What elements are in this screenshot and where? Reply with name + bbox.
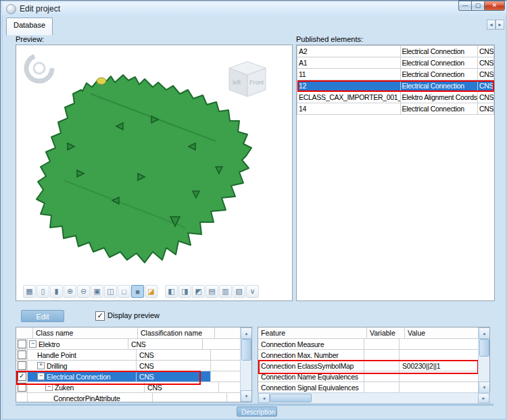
checkbox-unchecked-icon[interactable] (18, 383, 26, 392)
feature-table-hscrollbar[interactable]: ◄ ► (258, 392, 490, 404)
view-back-icon[interactable]: ▥ (219, 285, 232, 298)
zoom-in-icon[interactable]: ⊕ (64, 285, 76, 298)
class-row[interactable]: ✓−Electrical ConnectionCNS (16, 371, 251, 382)
feature-row[interactable]: Connection Signal Equivalences (258, 382, 489, 393)
scroll-up-icon[interactable]: ▲ (479, 327, 490, 339)
scroll-left-icon[interactable]: ◄ (258, 393, 270, 403)
published-cell-name: 14 (297, 103, 401, 115)
preview-viewport[interactable]: left Front (16, 45, 293, 301)
published-cell-type: Electrical Connection (400, 69, 477, 80)
scroll-down-icon[interactable]: ▼ (241, 390, 252, 402)
feature-row[interactable]: Connection Measure (258, 339, 489, 350)
titlebar[interactable]: Edit project (2, 2, 506, 16)
scroll-thumb[interactable] (241, 339, 251, 361)
zoom-fit-icon[interactable]: ▣ (91, 285, 103, 298)
class-name-label: Elektro (39, 340, 59, 348)
feature-cell-variable (364, 339, 400, 350)
feature-cell-value (400, 382, 479, 393)
class-row-classification-cell: CNS (137, 371, 211, 382)
scroll-up-icon[interactable]: ▲ (241, 327, 252, 339)
published-cell-type: Electrical Connection (400, 80, 477, 92)
class-table-header: Class name Classification name (16, 327, 251, 339)
class-row-checkbox-cell (16, 393, 28, 402)
feature-row[interactable]: Connection Max. Number (258, 350, 489, 361)
tab-scroll-right-icon[interactable]: ► (496, 20, 504, 30)
feature-cell-variable (364, 371, 400, 382)
published-row[interactable]: 14Electrical ConnectionCNS (297, 103, 494, 115)
shaded-view-icon[interactable]: ■ (131, 285, 144, 298)
checkbox-checked-icon[interactable]: ✓ (18, 372, 26, 381)
tab-scroll-left-icon[interactable]: ◄ (487, 20, 496, 30)
edit-button[interactable]: Edit (21, 310, 64, 322)
scroll-down-icon[interactable]: ▼ (479, 382, 490, 393)
feature-header-variable[interactable]: Variable (367, 327, 405, 339)
feature-table-vscrollbar[interactable]: ▲ ▼ (478, 327, 489, 393)
feature-cell-value (400, 371, 479, 382)
class-row[interactable]: −ZukenCNS (16, 382, 251, 393)
zoom-out-icon[interactable]: ⊖ (77, 285, 90, 298)
feature-cell-feature: Connection Measure (258, 339, 364, 350)
feature-table: Feature Variable Value Connection Measur… (258, 327, 490, 394)
class-row-name-cell: −Electrical Connection (28, 371, 137, 382)
tree-collapse-icon[interactable]: − (37, 373, 45, 380)
tree-collapse-icon[interactable]: − (45, 384, 53, 391)
solid-cylinder-icon[interactable]: ▮ (50, 285, 63, 298)
published-row[interactable]: ECLASS_CAX_IMPORTER_001_CP_0Elektro Alig… (297, 92, 494, 103)
class-row[interactable]: ConnectorPinAttribute (16, 393, 251, 402)
published-row[interactable]: A2Electrical ConnectionCNS (297, 46, 494, 57)
scroll-thumb[interactable] (270, 394, 312, 402)
minimize-button[interactable]: — (458, 1, 471, 11)
view-bottom-icon[interactable]: ▧ (233, 285, 245, 298)
view-top-icon[interactable]: ▤ (206, 285, 218, 298)
view-iso-icon[interactable]: ◧ (165, 285, 178, 298)
view-left-icon[interactable]: ◩ (192, 285, 205, 298)
tree-expand-icon[interactable]: + (37, 362, 45, 369)
display-preview-label: Display preview (107, 311, 160, 319)
description-button[interactable]: Description (237, 406, 277, 417)
checkbox-unchecked-icon[interactable] (18, 340, 26, 348)
cad-part-shape[interactable] (37, 75, 251, 263)
feature-header-feature[interactable]: Feature (258, 327, 367, 339)
cylinder-icon[interactable]: ▯ (37, 285, 49, 298)
view-front-icon[interactable]: ◨ (178, 285, 191, 298)
class-name-label: Handle Point (37, 351, 76, 359)
published-cell-cns: CNS (477, 69, 493, 80)
published-row[interactable]: A1Electrical ConnectionCNS (297, 57, 494, 69)
class-row-classification-cell: CNS (137, 361, 211, 371)
class-header-name[interactable]: Class name (33, 327, 138, 339)
view-cube[interactable]: left Front (229, 61, 266, 97)
published-cell-name: 12 (297, 80, 401, 92)
class-name-label: Drilling (47, 362, 68, 370)
class-row[interactable]: Handle PointCNS (16, 350, 251, 361)
measure-icon[interactable]: ◫ (104, 285, 117, 298)
feature-row[interactable]: Connection Name Equivalences (258, 371, 489, 382)
published-cell-cns: CNS (477, 92, 493, 103)
class-header-classification[interactable]: Classification name (138, 327, 215, 339)
maximize-button[interactable]: ▢ (471, 1, 484, 11)
published-cell-type: Electrical Connection (400, 103, 477, 115)
class-table-vscrollbar[interactable]: ▲ ▼ (240, 327, 251, 402)
class-row[interactable]: +DrillingCNS (16, 361, 251, 371)
tree-collapse-icon[interactable]: − (29, 340, 37, 348)
scroll-thumb[interactable] (479, 339, 489, 357)
more-views-icon[interactable]: ∨ (246, 285, 259, 298)
class-name-label: ConnectorPinAttribute (53, 394, 120, 402)
textured-view-icon[interactable]: ◪ (145, 285, 158, 298)
coordinate-axes-icon[interactable]: ▦ (23, 285, 36, 298)
published-cell-cns: CNS (477, 103, 493, 115)
tab-database[interactable]: Database (6, 18, 53, 35)
published-cell-name: 11 (297, 69, 401, 80)
class-row[interactable]: −ElektroCNS (16, 339, 251, 350)
scroll-right-icon[interactable]: ► (478, 393, 489, 403)
feature-cell-feature: Connection EclassSymbolMap (258, 361, 364, 371)
checkbox-unchecked-icon[interactable] (18, 361, 26, 370)
checkbox-unchecked-icon[interactable] (18, 350, 26, 359)
display-preview-checkbox[interactable]: ✓ (95, 311, 105, 321)
wireframe-view-icon[interactable]: □ (118, 285, 130, 298)
feature-row[interactable]: Connection EclassSymbolMapS00230||2||1 (258, 361, 489, 371)
class-table: Class name Classification name −ElektroC… (16, 327, 252, 402)
published-row[interactable]: 12Electrical ConnectionCNS (297, 80, 494, 92)
published-row[interactable]: 11Electrical ConnectionCNS (297, 69, 494, 80)
feature-header-value[interactable]: Value (405, 327, 479, 339)
close-button[interactable]: ✕ (484, 1, 505, 11)
